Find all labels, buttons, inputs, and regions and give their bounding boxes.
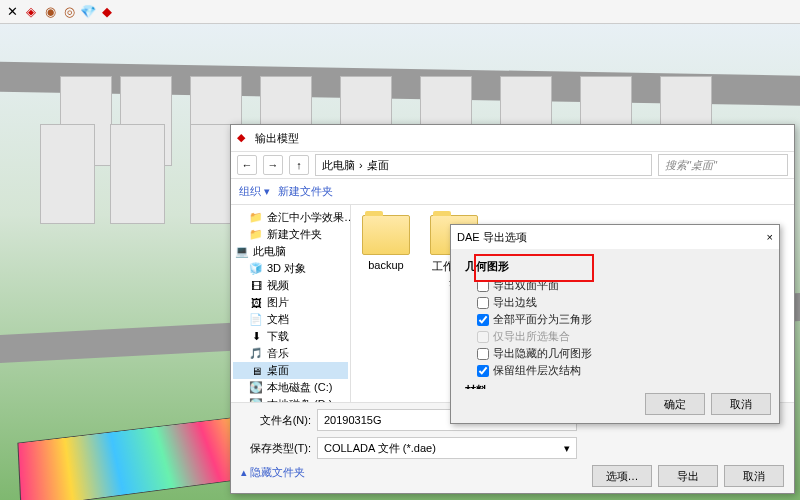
close-icon[interactable]: × — [767, 231, 773, 243]
annotation-highlight — [474, 254, 594, 282]
filename-label: 文件名(N): — [241, 413, 311, 428]
opt-triangulate[interactable]: 全部平面分为三角形 — [465, 311, 765, 328]
tree-item[interactable]: 📄文档 — [233, 311, 348, 328]
dialog-title: 输出模型 — [255, 131, 299, 146]
tree-label: 桌面 — [267, 363, 289, 378]
dialog-nav: ← → ↑ 此电脑 › 桌面 搜索"桌面" — [231, 151, 794, 179]
options-ok-button[interactable]: 确定 — [645, 393, 705, 415]
tree-item[interactable]: 💽本地磁盘 (C:) — [233, 379, 348, 396]
tree-label: 文档 — [267, 312, 289, 327]
tool-icon-2[interactable]: ◈ — [23, 4, 39, 20]
tool-icon-1[interactable]: ✕ — [4, 4, 20, 20]
tree-item[interactable]: 🖼图片 — [233, 294, 348, 311]
tree-item[interactable]: 🧊3D 对象 — [233, 260, 348, 277]
nav-up-button[interactable]: ↑ — [289, 155, 309, 175]
folder-icon: 🖥 — [249, 364, 263, 378]
folder-icon: 💽 — [249, 381, 263, 395]
main-toolbar: ✕ ◈ ◉ ◎ 💎 ◆ — [0, 0, 800, 24]
folder-icon: 🎞 — [249, 279, 263, 293]
tool-icon-4[interactable]: ◎ — [61, 4, 77, 20]
folder-item[interactable]: backup — [361, 215, 411, 271]
app-icon: ◆ — [237, 131, 251, 145]
breadcrumb[interactable]: 此电脑 › 桌面 — [315, 154, 652, 176]
options-button[interactable]: 选项… — [592, 465, 652, 487]
tree-label: 本地磁盘 (C:) — [267, 380, 332, 395]
nav-tree[interactable]: 📁金汇中小学效果…📁新建文件夹💻此电脑🧊3D 对象🎞视频🖼图片📄文档⬇下载🎵音乐… — [231, 205, 351, 402]
tree-item[interactable]: 🎞视频 — [233, 277, 348, 294]
tree-item[interactable]: 💻此电脑 — [233, 243, 348, 260]
opt-export-hidden-geom[interactable]: 导出隐藏的几何图形 — [465, 345, 765, 362]
nav-back-button[interactable]: ← — [237, 155, 257, 175]
tree-item[interactable]: 🎵音乐 — [233, 345, 348, 362]
tree-label: 此电脑 — [253, 244, 286, 259]
tree-label: 视频 — [267, 278, 289, 293]
options-cancel-button[interactable]: 取消 — [711, 393, 771, 415]
tree-label: 金汇中小学效果… — [267, 210, 351, 225]
chevron-down-icon: ▾ — [564, 442, 570, 455]
tree-label: 音乐 — [267, 346, 289, 361]
options-titlebar: DAE 导出选项 × — [451, 225, 779, 249]
tree-label: 新建文件夹 — [267, 227, 322, 242]
tool-icon-3[interactable]: ◉ — [42, 4, 58, 20]
tool-icon-6[interactable]: ◆ — [99, 4, 115, 20]
hide-folders-link[interactable]: ▴ 隐藏文件夹 — [241, 465, 305, 487]
folder-icon — [362, 215, 410, 255]
folder-icon: 📄 — [249, 313, 263, 327]
nav-fwd-button[interactable]: → — [263, 155, 283, 175]
tool-icon-5[interactable]: 💎 — [80, 4, 96, 20]
filetype-select[interactable]: COLLADA 文件 (*.dae)▾ — [317, 437, 577, 459]
opt-preserve-hierarchy[interactable]: 保留组件层次结构 — [465, 362, 765, 379]
folder-icon: 🖼 — [249, 296, 263, 310]
folder-icon: ⬇ — [249, 330, 263, 344]
chevron-right-icon: › — [359, 159, 363, 171]
folder-label: backup — [361, 259, 411, 271]
tree-item[interactable]: 📁金汇中小学效果… — [233, 209, 348, 226]
folder-icon: 📁 — [249, 211, 263, 225]
crumb-pc[interactable]: 此电脑 — [322, 158, 355, 173]
tree-item[interactable]: ⬇下载 — [233, 328, 348, 345]
tree-label: 下载 — [267, 329, 289, 344]
organize-menu[interactable]: 组织 ▾ — [239, 184, 270, 199]
crumb-desktop[interactable]: 桌面 — [367, 158, 389, 173]
folder-icon: 🎵 — [249, 347, 263, 361]
tree-item[interactable]: 🖥桌面 — [233, 362, 348, 379]
tree-item[interactable]: 📁新建文件夹 — [233, 226, 348, 243]
building — [110, 124, 165, 224]
dialog-titlebar: ◆ 输出模型 — [231, 125, 794, 151]
building — [40, 124, 95, 224]
search-input[interactable]: 搜索"桌面" — [658, 154, 788, 176]
folder-icon: 📁 — [249, 228, 263, 242]
tree-label: 3D 对象 — [267, 261, 306, 276]
options-title: DAE 导出选项 — [457, 230, 527, 245]
export-button[interactable]: 导出 — [658, 465, 718, 487]
cancel-button[interactable]: 取消 — [724, 465, 784, 487]
opt-edges[interactable]: 导出边线 — [465, 294, 765, 311]
new-folder-button[interactable]: 新建文件夹 — [278, 184, 333, 199]
folder-icon: 🧊 — [249, 262, 263, 276]
folder-icon: 💻 — [235, 245, 249, 259]
opt-hidden: 仅导出所选集合 — [465, 328, 765, 345]
dialog-toolbar: 组织 ▾ 新建文件夹 — [231, 179, 794, 205]
tree-label: 图片 — [267, 295, 289, 310]
filetype-label: 保存类型(T): — [241, 441, 311, 456]
